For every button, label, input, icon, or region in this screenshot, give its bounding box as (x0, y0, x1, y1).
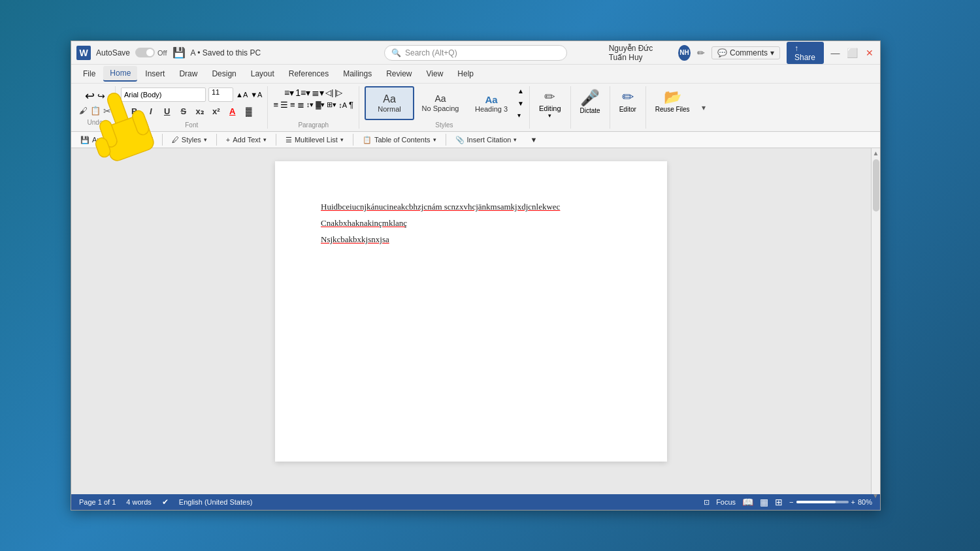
undo-group-label: Undo (88, 118, 103, 126)
toolbar-add-text-button[interactable]: + Add Text ▾ (222, 134, 270, 145)
bold-button[interactable]: B (127, 104, 142, 118)
text-line-1: Huidbceiucnjkánucineakcbhzjcnám scnzxvhc… (321, 200, 621, 214)
redo-button[interactable]: ↪ (97, 91, 105, 101)
menu-design[interactable]: Design (205, 67, 242, 81)
toolbar-styles-chevron: ▾ (204, 136, 207, 143)
zoom-increase-icon[interactable]: + (851, 498, 855, 506)
style-heading3-label: Heading 3 (475, 105, 508, 113)
zoom-decrease-icon[interactable]: − (789, 498, 793, 506)
subscript-button[interactable]: x₂ (193, 104, 207, 118)
cut-icon[interactable]: ✂ (103, 106, 111, 116)
align-left-button[interactable]: ≡ (273, 100, 278, 110)
underline-button[interactable]: U (160, 104, 174, 118)
editor-label[interactable]: Editor (619, 106, 636, 113)
decrease-indent-button[interactable]: ◁| (325, 88, 333, 97)
superscript-button[interactable]: x² (209, 104, 223, 118)
numbering-button[interactable]: 1≡▾ (295, 87, 310, 98)
font-size-selector[interactable]: 11 (208, 87, 233, 102)
borders-button[interactable]: ⊞▾ (327, 101, 336, 109)
menu-help[interactable]: Help (451, 67, 480, 81)
share-icon: ↑ (794, 44, 798, 53)
save-icon[interactable]: 💾 (172, 46, 186, 59)
minimize-button[interactable]: — (830, 46, 841, 59)
increase-size-icon[interactable]: ▲A (236, 91, 248, 99)
share-button[interactable]: ↑ Share (787, 42, 824, 64)
focus-icon[interactable]: ⊡ (704, 498, 710, 507)
italic-button[interactable]: I (144, 104, 158, 118)
toolbar-insert-citation-button[interactable]: 📎 Insert Citation ▾ (451, 134, 521, 146)
pilcrow-button[interactable]: ¶ (349, 100, 353, 110)
align-center-button[interactable]: ☰ (280, 100, 288, 110)
close-button[interactable]: ✕ (864, 46, 875, 59)
scrollbar-up-icon[interactable]: ▲ (872, 148, 880, 157)
zoom-control[interactable]: − + 80% (789, 498, 872, 506)
ribbon-expand-area: ▾ (699, 86, 708, 129)
clipboard-icon[interactable]: 📋 (90, 106, 101, 116)
search-icon: 🔍 (391, 48, 401, 57)
bullets-button[interactable]: ≡▾ (284, 87, 294, 98)
editor-icon: ✏ (622, 89, 634, 106)
menu-file[interactable]: File (76, 67, 102, 81)
autosave-toggle[interactable]: Off (135, 48, 167, 57)
highlight-button[interactable]: ▓ (242, 104, 256, 118)
comments-button[interactable]: 💬 Comments ▾ (711, 46, 780, 59)
toolbar-more-button[interactable]: ▼ (526, 134, 541, 145)
styles-scroll-down-icon[interactable]: ▼ (517, 100, 524, 107)
editing-label[interactable]: Editing (539, 104, 561, 112)
format-painter-icon[interactable]: 🖌 (79, 106, 88, 116)
styles-expand-icon[interactable]: ▾ (517, 112, 524, 119)
toolbar-add-text-label: Add Text (233, 136, 261, 144)
zoom-slider[interactable] (796, 501, 849, 503)
focus-label[interactable]: Focus (716, 498, 736, 506)
ribbon-expand-icon[interactable]: ▾ (702, 103, 706, 112)
menu-references[interactable]: References (282, 67, 335, 81)
menu-home[interactable]: Home (103, 66, 137, 82)
toolbar-toc-button[interactable]: 📋 Table of Contents ▾ (359, 134, 440, 146)
ribbon-group-styles: Aa Normal Aa No Spacing Aa Heading 3 (359, 86, 530, 129)
style-heading3[interactable]: Aa Heading 3 (466, 86, 516, 120)
style-no-spacing[interactable]: Aa No Spacing (416, 86, 465, 120)
toolbar-styles-button[interactable]: 🖊 Styles ▾ (168, 134, 211, 145)
increase-indent-button[interactable]: |▷ (335, 88, 342, 97)
immersive-reader-icon[interactable]: ⊞ (775, 497, 783, 507)
font-family-selector[interactable]: Arial (Body) (121, 87, 206, 102)
layout-view-icon[interactable]: ▦ (760, 497, 768, 507)
style-normal[interactable]: Aa Normal (365, 86, 414, 120)
toolbar-sep-3 (276, 134, 276, 146)
justify-button[interactable]: ≣ (297, 100, 304, 110)
read-mode-icon[interactable]: 📖 (742, 497, 753, 507)
maximize-button[interactable]: ⬜ (847, 46, 858, 59)
sort-button[interactable]: ↕A (338, 101, 347, 109)
menu-layout[interactable]: Layout (244, 67, 281, 81)
page-area[interactable]: Huidbceiucnjkánucineakcbhzjcnám scnzxvhc… (71, 148, 871, 494)
editing-icon: ✏ (544, 89, 555, 104)
editing-chevron-icon[interactable]: ▾ (548, 112, 551, 119)
reuse-files-label[interactable]: Reuse Files (655, 106, 690, 113)
toolbar-sep-5 (446, 134, 446, 146)
scrollbar-thumb[interactable] (873, 159, 879, 212)
undo-button[interactable]: ↩ (85, 89, 95, 103)
menu-mailings[interactable]: Mailings (336, 67, 378, 81)
vertical-scrollbar[interactable]: ▲ ▼ (871, 148, 880, 494)
decrease-size-icon[interactable]: ▼A (250, 91, 262, 99)
scrollbar-down-icon[interactable]: ▼ (872, 492, 879, 494)
document-text[interactable]: Huidbceiucnjkánucineakcbhzjcnám scnzxvhc… (321, 200, 621, 246)
menu-bar: File Home Insert Draw Design Layout Refe… (71, 65, 880, 84)
font-color-button[interactable]: A (225, 104, 240, 118)
multilevel-button[interactable]: ≣▾ (312, 87, 324, 98)
toolbar-multilevel-button[interactable]: ☰ Multilevel List ▾ (282, 134, 348, 146)
line-spacing-button[interactable]: ↕▾ (306, 101, 314, 109)
shading-button[interactable]: ▓▾ (316, 101, 325, 109)
menu-review[interactable]: Review (380, 67, 418, 81)
toolbar-autosave-button[interactable]: 💾 AutoSave Off (76, 134, 157, 146)
reuse-files-icon: 📂 (664, 89, 681, 106)
toolbar-autosave-label: AutoSave (92, 136, 123, 144)
menu-insert[interactable]: Insert (139, 67, 171, 81)
menu-view[interactable]: View (420, 67, 450, 81)
strikethrough-button[interactable]: S (176, 104, 191, 118)
menu-draw[interactable]: Draw (172, 67, 204, 81)
search-box[interactable]: 🔍 Search (Alt+Q) (384, 45, 567, 61)
styles-scroll-up-icon[interactable]: ▲ (517, 87, 524, 95)
align-right-button[interactable]: ≡ (290, 100, 295, 110)
dictate-label[interactable]: Dictate (580, 107, 600, 114)
